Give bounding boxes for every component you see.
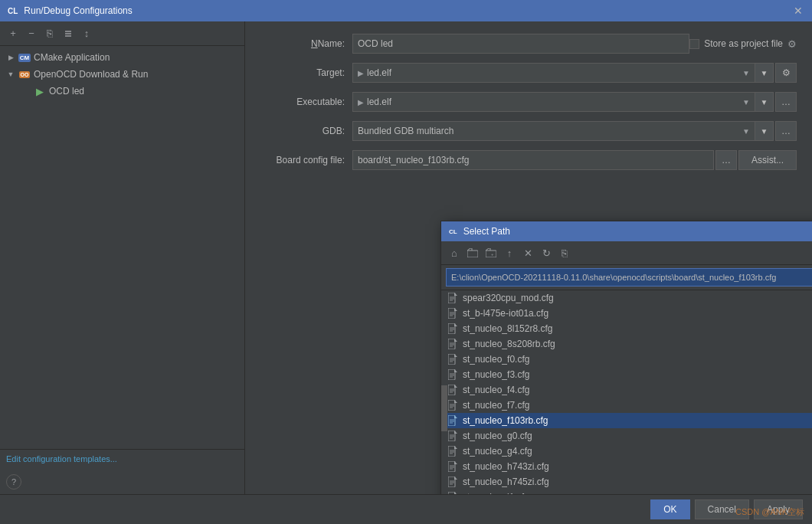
svg-rect-0 bbox=[467, 251, 478, 257]
file-name: st_nucleo_l1.cfg bbox=[463, 492, 529, 494]
path-input[interactable] bbox=[446, 268, 812, 287]
sort-config-button[interactable]: ↕ bbox=[78, 25, 95, 42]
scrollbar-thumb[interactable] bbox=[441, 385, 447, 431]
path-dialog-toolbar: ⌂ + ↑ ✕ ↻ ⎘ Hide path bbox=[441, 241, 812, 265]
new-folder-button[interactable]: + bbox=[483, 244, 499, 261]
executable-value: led.elf bbox=[367, 97, 391, 107]
cancel-path-button[interactable]: ✕ bbox=[519, 244, 536, 261]
sidebar: + − ⎘ ↕ ▶ CM CMake Application bbox=[0, 21, 245, 494]
board-config-row: Board config file: … Assist... bbox=[260, 150, 797, 170]
file-name: spear320cpu_mod.cfg bbox=[463, 293, 554, 303]
board-config-input[interactable] bbox=[352, 150, 714, 170]
copy-path-button[interactable]: ⎘ bbox=[556, 244, 573, 261]
store-project-container: Store as project file ⚙ bbox=[689, 38, 797, 50]
name-input[interactable] bbox=[352, 34, 689, 54]
file-list-item[interactable]: st_nucleo_f0.cfg bbox=[441, 352, 812, 367]
remove-config-button[interactable]: − bbox=[23, 25, 40, 42]
file-list: spear320cpu_mod.cfg st_b-l475e-iot01a.cf… bbox=[441, 290, 812, 494]
target-dropdown-button[interactable]: ▼ bbox=[755, 63, 774, 83]
sidebar-item-ocd-led-label: OCD led bbox=[49, 86, 84, 97]
path-input-row: ▼ bbox=[441, 265, 812, 290]
file-icon bbox=[447, 492, 458, 494]
expand-ocd-icon bbox=[21, 87, 31, 96]
file-list-item[interactable]: st_nucleo_f3.cfg bbox=[441, 367, 812, 382]
executable-select[interactable]: ▶ led.elf ▼ bbox=[352, 92, 755, 112]
svg-rect-39 bbox=[448, 431, 455, 441]
copy-config-button[interactable]: ⎘ bbox=[41, 25, 58, 42]
file-name: st_nucleo_f103rb.cfg bbox=[463, 415, 548, 426]
gdb-select[interactable]: Bundled GDB multiarch ▼ bbox=[352, 121, 755, 141]
home-button[interactable]: ⌂ bbox=[446, 244, 463, 261]
refresh-button[interactable]: ↻ bbox=[538, 244, 555, 261]
edit-templates-link[interactable]: Edit configuration templates... bbox=[6, 454, 238, 463]
file-list-items: spear320cpu_mod.cfg st_b-l475e-iot01a.cf… bbox=[441, 290, 812, 494]
file-icon bbox=[447, 323, 458, 334]
file-list-item[interactable]: st_b-l475e-iot01a.cfg bbox=[441, 306, 812, 321]
sidebar-item-openocd-label: OpenOCD Download & Run bbox=[34, 69, 148, 80]
main-footer: OK Cancel Apply bbox=[0, 494, 812, 524]
file-icon bbox=[447, 461, 458, 472]
file-icon bbox=[447, 385, 458, 395]
file-list-item[interactable]: st_nucleo_h743zi.cfg bbox=[441, 459, 812, 474]
name-row: NName: Store as project file ⚙ bbox=[260, 34, 797, 54]
file-icon bbox=[447, 431, 458, 441]
file-icon bbox=[447, 400, 458, 411]
assist-button[interactable]: Assist... bbox=[738, 150, 797, 170]
executable-dropdown-arrow: ▼ bbox=[742, 98, 750, 106]
title-bar: CL Run/Debug Configurations ✕ bbox=[0, 0, 812, 21]
executable-browse-button[interactable]: … bbox=[775, 92, 797, 112]
target-select[interactable]: ▶ led.elf ▼ bbox=[352, 63, 755, 83]
openocd-icon: OO bbox=[18, 68, 31, 80]
file-name: st_b-l475e-iot01a.cfg bbox=[463, 308, 548, 319]
file-list-item[interactable]: st_nucleo_f4.cfg bbox=[441, 382, 812, 398]
file-name: st_nucleo_g0.cfg bbox=[463, 431, 532, 441]
file-list-item[interactable]: st_nucleo_g0.cfg bbox=[441, 428, 812, 444]
board-config-browse-button[interactable]: … bbox=[715, 150, 737, 170]
run-icon: ▶ bbox=[34, 85, 46, 97]
file-icon bbox=[447, 308, 458, 319]
svg-rect-51 bbox=[448, 477, 455, 487]
file-list-item[interactable]: spear320cpu_mod.cfg bbox=[441, 290, 812, 306]
store-project-gear-icon[interactable]: ⚙ bbox=[787, 38, 797, 50]
file-list-item[interactable]: st_nucleo_g4.cfg bbox=[441, 444, 812, 459]
move-up-button[interactable]: ↑ bbox=[501, 244, 518, 261]
svg-rect-43 bbox=[448, 446, 455, 457]
ok-button[interactable]: OK bbox=[650, 499, 689, 519]
file-list-item[interactable]: st_nucleo_h745zi.cfg bbox=[441, 474, 812, 490]
file-list-item[interactable]: st_nucleo_l1.cfg bbox=[441, 490, 812, 494]
sidebar-item-ocd-led[interactable]: ▶ OCD led bbox=[0, 83, 244, 100]
board-config-label: Board config file: bbox=[260, 155, 352, 165]
svg-rect-15 bbox=[448, 339, 455, 349]
store-project-checkbox[interactable] bbox=[689, 39, 699, 49]
target-dropdown-arrow: ▼ bbox=[742, 69, 750, 77]
file-icon bbox=[447, 339, 458, 349]
add-config-button[interactable]: + bbox=[5, 25, 21, 42]
close-icon[interactable]: ✕ bbox=[791, 3, 806, 18]
file-list-item[interactable]: st_nucleo_f7.cfg bbox=[441, 398, 812, 413]
file-icon bbox=[447, 415, 458, 426]
file-name: st_nucleo_f0.cfg bbox=[463, 354, 529, 365]
gdb-dropdown-button[interactable]: ▼ bbox=[755, 121, 774, 141]
dialog-body: + − ⎘ ↕ ▶ CM CMake Application bbox=[0, 21, 812, 494]
file-icon bbox=[447, 354, 458, 365]
cmake-icon: CM bbox=[18, 51, 31, 64]
file-icon bbox=[447, 446, 458, 457]
target-settings-button[interactable]: ⚙ bbox=[775, 63, 797, 83]
file-name: st_nucleo_8s208rb.cfg bbox=[463, 339, 555, 349]
move-config-button[interactable] bbox=[60, 25, 77, 42]
sidebar-item-openocd[interactable]: ▼ OO OpenOCD Download & Run bbox=[0, 66, 244, 83]
select-path-app-icon: CL bbox=[447, 228, 459, 236]
help-button[interactable]: ? bbox=[6, 474, 21, 490]
gdb-browse-button[interactable]: … bbox=[775, 121, 797, 141]
file-name: st_nucleo_h743zi.cfg bbox=[463, 461, 549, 472]
gdb-value: Bundled GDB multiarch bbox=[358, 126, 453, 136]
file-list-item[interactable]: st_nucleo_f103rb.cfg bbox=[441, 413, 812, 428]
gdb-dropdown-arrow: ▼ bbox=[742, 127, 750, 136]
file-list-item[interactable]: st_nucleo_8s208rb.cfg bbox=[441, 336, 812, 352]
app-icon: CL bbox=[6, 6, 19, 16]
folder-button[interactable] bbox=[464, 244, 481, 261]
sidebar-item-cmake[interactable]: ▶ CM CMake Application bbox=[0, 49, 244, 66]
sidebar-item-cmake-label: CMake Application bbox=[34, 52, 110, 63]
executable-dropdown-button[interactable]: ▼ bbox=[755, 92, 774, 112]
file-list-item[interactable]: st_nucleo_8l152r8.cfg bbox=[441, 321, 812, 336]
